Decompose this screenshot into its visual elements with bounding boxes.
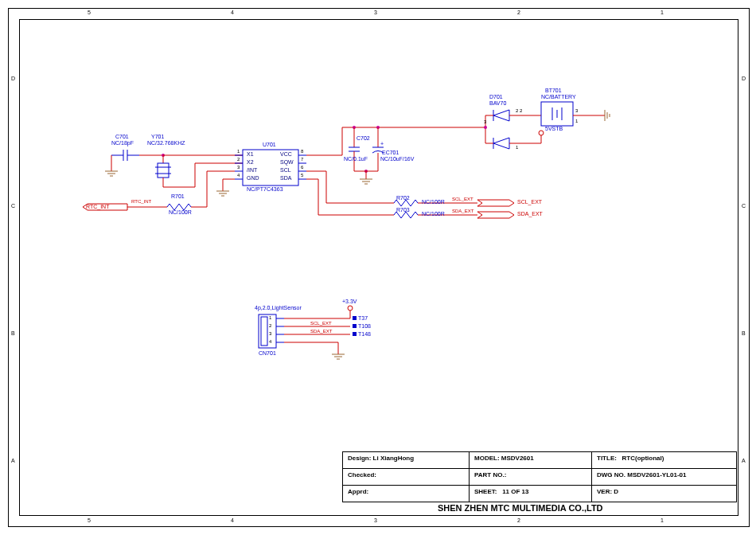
tb-partno: PART NO.:	[469, 468, 592, 486]
ruler-right-d: D	[742, 76, 746, 81]
tb-sheet-label: SHEET:	[474, 488, 497, 495]
d701-pin22: 2 2	[516, 108, 522, 113]
bt701-ref: BT701	[545, 88, 562, 93]
d701-pin3: 3	[484, 119, 486, 124]
ruler-bot-4: 4	[231, 517, 234, 523]
ruler-right-b: B	[742, 330, 746, 336]
y701-ref: Y701	[151, 134, 164, 139]
tb-design: Design: Li XiangHong	[342, 451, 470, 469]
r702-val: NC/100R	[422, 199, 445, 205]
tb-design-value: Li XiangHong	[373, 455, 415, 462]
cn701-val: 4p,2.0,LightSensor	[255, 305, 302, 310]
t148-label: T148	[358, 331, 371, 337]
inner-frame	[19, 19, 738, 516]
sda-ext-label: SDA_EXT	[517, 211, 543, 217]
ruler-top-1: 1	[661, 10, 664, 15]
tb-ver-label: VER:	[597, 488, 612, 495]
u701-pin-x2: X2	[247, 159, 254, 165]
t108-label: T108	[358, 323, 371, 329]
r702-ref: R702	[396, 195, 410, 201]
u701-pin-sqw: SQW	[280, 159, 294, 165]
ruler-top-5: 5	[88, 10, 91, 15]
scl-ext-label: SCL_EXT	[517, 199, 542, 205]
cn701-pin2: 2	[269, 323, 271, 328]
5vstb-label: 5VSTB	[545, 126, 563, 131]
tb-design-label: Design:	[348, 455, 371, 462]
ruler-left-c: C	[11, 203, 15, 209]
u701-pin-vcc: VCC	[280, 151, 292, 157]
c702-ref: C702	[357, 135, 370, 141]
u701-num-3: 3	[237, 165, 240, 170]
r703-val: NC/100R	[422, 211, 445, 217]
cn701-ref: CN701	[259, 350, 276, 356]
r701-ref: R701	[171, 193, 185, 199]
u701-ref: U701	[263, 142, 276, 147]
u701-num-7: 7	[301, 157, 303, 162]
ruler-top-3: 3	[374, 10, 377, 15]
tb-title-value: RTC(optional)	[622, 455, 664, 462]
rtc-int-label: RTC_INT	[86, 204, 109, 209]
u701-num-8: 8	[301, 149, 303, 154]
u701-pin-scl: SCL	[280, 167, 291, 173]
rtc-int-net: RTC_INT	[131, 199, 151, 204]
tb-checked: Checked:	[342, 468, 470, 486]
tb-dwg-label: DWG NO.	[597, 471, 625, 478]
ruler-top-4: 4	[231, 10, 234, 15]
tb-model-label: MODEL:	[474, 455, 500, 462]
ruler-bot-1: 1	[661, 517, 664, 523]
u701-num-4: 4	[237, 173, 240, 178]
u701-num-6: 6	[301, 165, 303, 170]
c701-val: NC/18pF	[111, 140, 134, 146]
bt701-pin1: 1	[575, 119, 578, 123]
u701-pin-sda: SDA	[280, 175, 291, 181]
r701-val: NC/100R	[169, 209, 192, 215]
tb-model-value: MSDV2601	[501, 455, 534, 462]
ruler-bot-3: 3	[374, 517, 377, 523]
d701-pin1: 1	[516, 145, 518, 150]
3v3-label: +3.3V	[342, 299, 357, 304]
scl-ext-net: SCL_EXT	[452, 197, 473, 201]
tb-sheet: SHEET: 11 OF 13	[469, 485, 592, 502]
cn-sda-ext: SDA_EXT	[310, 329, 332, 334]
r703-ref: R703	[396, 207, 410, 213]
c702-val: NC/0.1uF	[344, 156, 368, 162]
u701-num-5: 5	[301, 173, 303, 178]
ec701-ref: EC701	[382, 150, 399, 155]
tb-sheet-value: 11 OF 13	[502, 488, 528, 495]
d701-val: BAV70	[489, 100, 506, 106]
tb-company: SHEN ZHEN MTC MULTIMEDIA CO.,LTD	[438, 503, 603, 513]
cn701-pin4: 4	[269, 339, 271, 344]
u701-pin-x1: X1	[247, 151, 254, 157]
u701-num-2: 2	[237, 157, 240, 162]
tb-ver: VER: D	[591, 485, 737, 502]
bt701-pin3: 3	[575, 108, 578, 113]
sda-ext-net: SDA_EXT	[452, 209, 473, 213]
ruler-left-a: A	[11, 458, 15, 463]
bt701-val: NC/BATTERY	[541, 94, 576, 100]
tb-checked-label: Checked:	[348, 471, 376, 478]
tb-title: TITLE: RTC(optional)	[591, 451, 737, 469]
ruler-right-c: C	[742, 203, 746, 209]
c701-ref: C701	[115, 134, 129, 139]
d701-ref: D701	[489, 94, 503, 100]
cn701-pin1: 1	[269, 315, 271, 320]
ec701-val: NC/10uF/16V	[380, 156, 414, 162]
tb-apprd: Apprd:	[342, 485, 470, 502]
ruler-bot-2: 2	[517, 517, 520, 523]
tb-title-label: TITLE:	[597, 455, 617, 462]
tb-partno-label: PART NO.:	[474, 471, 506, 478]
ruler-top-2: 2	[517, 10, 520, 15]
cn701-pin3: 3	[269, 331, 271, 336]
ruler-left-d: D	[11, 76, 15, 81]
tb-dwg: DWG NO. MSDV2601-YL01-01	[591, 468, 737, 486]
t37-label: T37	[358, 315, 368, 321]
tb-ver-value: D	[614, 488, 618, 495]
ruler-bot-5: 5	[88, 517, 91, 523]
ruler-right-a: A	[742, 458, 746, 463]
u701-pin-gnd: GND	[247, 175, 259, 181]
u701-val: NC/PT7C4363	[247, 186, 283, 192]
ruler-left-b: B	[11, 330, 15, 336]
cn-scl-ext: SCL_EXT	[310, 321, 332, 326]
tb-model: MODEL: MSDV2601	[469, 451, 592, 469]
tb-dwg-value: MSDV2601-YL01-01	[627, 471, 686, 478]
